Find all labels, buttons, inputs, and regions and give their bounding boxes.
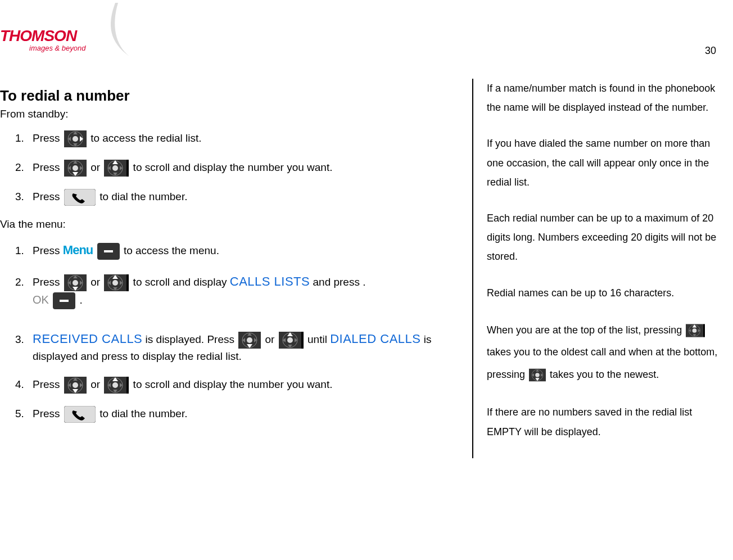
menu-step-5: Press to dial the number. xyxy=(27,406,461,423)
note-paragraph: If you have dialed the same number on mo… xyxy=(487,134,729,192)
step-text: to dial the number. xyxy=(99,191,187,202)
received-calls-label: RECEIVED CALLS xyxy=(33,332,142,346)
step-text: or xyxy=(91,276,103,288)
step-text: Press xyxy=(33,276,63,288)
note-paragraph: Redial names can be up to 16 characters. xyxy=(487,283,729,302)
note-paragraph: Each redial number can be up to a maximu… xyxy=(487,209,729,267)
standby-step-2: Press or to scroll and display the numbe… xyxy=(27,160,461,177)
step-text: to scroll and display the number you wan… xyxy=(133,378,333,390)
step-text: or xyxy=(91,161,103,173)
dpad-up-icon xyxy=(104,274,129,291)
dpad-down-icon xyxy=(64,377,87,394)
step-text: or xyxy=(91,378,103,390)
subheading-standby: From standby: xyxy=(0,108,461,120)
page-number: 30 xyxy=(705,45,716,57)
step-text: Press xyxy=(33,245,63,256)
softkey-dash-icon xyxy=(97,243,120,260)
call-key-icon xyxy=(64,406,96,423)
note-text: When you are at the top of the list, pre… xyxy=(487,324,685,336)
standby-step-3: Press to dial the number. xyxy=(27,189,461,206)
step-text: and press . xyxy=(313,276,366,288)
brand-tagline: images & beyond xyxy=(29,44,85,52)
dpad-down-icon xyxy=(238,332,261,349)
dpad-up-icon xyxy=(104,160,129,177)
standby-steps-list: Press to access the redial list. Press o… xyxy=(27,130,461,206)
step-text: to dial the number. xyxy=(99,408,187,419)
dpad-up-icon xyxy=(104,377,129,394)
ok-softkey-label: OK xyxy=(33,293,49,306)
menu-step-2: Press or to scroll and display CALLS LIS… xyxy=(27,272,461,309)
side-notes-column: If a name/number match is found in the p… xyxy=(472,79,729,458)
step-text: Press xyxy=(33,161,63,173)
dpad-up-icon xyxy=(279,332,304,349)
subheading-menu: Via the menu: xyxy=(0,218,461,231)
call-key-icon xyxy=(64,189,96,206)
brand-name: THOMSON xyxy=(0,27,76,45)
dpad-down-icon xyxy=(64,160,87,177)
menu-softkey-label: Menu xyxy=(63,243,93,257)
step-text: Press xyxy=(33,191,63,202)
dpad-down-icon xyxy=(529,368,546,382)
step-text: to access the redial list. xyxy=(91,132,201,144)
dpad-down-icon xyxy=(64,274,87,291)
step-text: is displayed. Press xyxy=(146,333,238,345)
note-paragraph: If a name/number match is found in the p… xyxy=(487,79,729,117)
section-heading: To redial a number xyxy=(0,87,461,105)
dialed-calls-label: DIALED CALLS xyxy=(330,332,420,346)
step-text: to scroll and display the number you wan… xyxy=(133,161,333,173)
menu-step-3: RECEIVED CALLS is displayed. Press or un… xyxy=(27,329,461,364)
note-paragraph: When you are at the top of the list, pre… xyxy=(487,319,729,386)
step-text: until xyxy=(307,333,330,345)
step-text: Press xyxy=(33,408,63,419)
menu-step-1: Press Menu to access the menu. xyxy=(27,241,461,260)
menu-steps-list: Press Menu to access the menu. Press or … xyxy=(27,241,461,423)
calls-lists-label: CALLS LISTS xyxy=(230,274,310,288)
softkey-dash-icon xyxy=(53,292,75,309)
logo-swoosh-icon xyxy=(84,3,146,59)
note-text: takes you to the newest. xyxy=(550,369,659,380)
step-text: to access the menu. xyxy=(124,245,219,256)
step-text: . xyxy=(79,294,82,306)
dpad-up-icon xyxy=(686,324,705,337)
main-column: To redial a number From standby: Press t… xyxy=(0,79,472,458)
dpad-right-icon xyxy=(64,130,87,147)
menu-step-4: Press or to scroll and display the numbe… xyxy=(27,377,461,394)
step-text: or xyxy=(265,333,278,345)
standby-step-1: Press to access the redial list. xyxy=(27,130,461,147)
note-paragraph: If there are no numbers saved in the red… xyxy=(487,403,729,441)
step-text: to scroll and display xyxy=(133,276,230,288)
step-text: Press xyxy=(33,132,63,144)
step-text: Press xyxy=(33,378,63,390)
